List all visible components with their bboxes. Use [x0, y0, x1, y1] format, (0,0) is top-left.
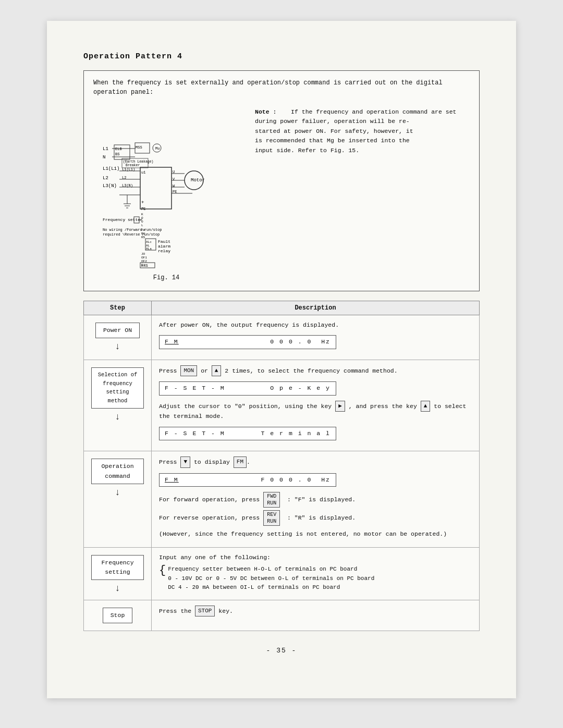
- display-box-fset1: F - S E T - M O p e - K e y: [159, 381, 336, 395]
- svg-text:ALa: ALa: [146, 247, 152, 251]
- arrow-freqset: ↓: [115, 583, 120, 595]
- step-col-opcmd: Operation command ↓: [91, 456, 144, 498]
- table-row: Operation command ↓ Press ▼ to display F…: [84, 451, 480, 547]
- desc-cell-poweron: After power ON, the output frequency is …: [152, 315, 480, 360]
- svg-text:PE: PE: [173, 190, 177, 194]
- svg-text:FRS: FRS: [141, 264, 148, 268]
- display-right-poweron: 0 0 0 . 0 Hz: [270, 337, 331, 347]
- table-row: Stop Press the STOP key.: [84, 600, 480, 631]
- display-right-fset1: O p e - K e y: [270, 384, 331, 393]
- desc-freqsel-2: Adjust the cursor to "0" position, using…: [159, 401, 472, 422]
- brace-line-3: DC 4 - 20 mA between OI-L of terminals o…: [168, 583, 374, 593]
- svg-text:W: W: [173, 184, 175, 188]
- fig-label: Fig. 14: [93, 274, 239, 281]
- display-row-fset1: F - S E T - M O p e - K e y: [159, 379, 472, 397]
- svg-text:RV: RV: [141, 232, 145, 236]
- arrow-freqsel: ↓: [115, 412, 120, 423]
- desc-no-freq: (However, since the frequency setting is…: [159, 529, 472, 539]
- svg-text:Fault: Fault: [158, 239, 170, 244]
- col-step: Step: [84, 301, 152, 315]
- main-desc: When the frequency is set externally and…: [93, 78, 470, 97]
- desc-cell-freqset: Input any one of the following: { Freque…: [152, 547, 480, 600]
- display-row-fset2: F - S E T - M T e r m i n a l: [159, 425, 472, 442]
- key-up1: ▲: [212, 365, 222, 377]
- key-fwd-run: FWDRUN: [263, 492, 280, 508]
- step-box-poweron: Power ON: [95, 323, 140, 338]
- page-number: - 35 -: [83, 647, 480, 655]
- svg-text:ELB: ELB: [115, 147, 122, 151]
- svg-text:Breaker: Breaker: [126, 164, 140, 167]
- table-row: Power ON ↓ After power ON, the output fr…: [84, 315, 480, 360]
- display-right-fm: F 0 0 0 . 0 Hz: [261, 475, 331, 485]
- page-title: Operation Pattern 4: [83, 52, 480, 61]
- svg-text:L1(L1): L1(L1): [122, 167, 135, 171]
- svg-text:L1: L1: [103, 146, 108, 152]
- desc-input-any: Input any one of the following:: [159, 553, 472, 562]
- svg-text:MSS: MSS: [136, 145, 142, 150]
- svg-text:L2: L2: [103, 176, 108, 181]
- brace-lines: Frequency setter between H-O-L of termin…: [168, 565, 374, 593]
- svg-text:No wiring   /Forward run/stop: No wiring /Forward run/stop: [103, 228, 162, 232]
- svg-text:O: O: [141, 220, 143, 224]
- display-left-poweron: F M: [165, 337, 179, 347]
- step-col-stop: Stop: [91, 606, 144, 625]
- col-desc: Description: [152, 301, 480, 315]
- display-box-fset2: F - S E T - M T e r m i n a l: [159, 427, 336, 440]
- desc-cell-stop: Press the STOP key.: [152, 600, 480, 631]
- svg-text:Frequency setter: Frequency setter: [103, 217, 143, 222]
- page: Operation Pattern 4 When the frequency i…: [47, 21, 516, 698]
- diagram-note-row: L1 N L1(L1) L2 L3(N) ELB BS MSS: [93, 102, 470, 283]
- svg-text:required   \Reverse run/stop: required \Reverse run/stop: [103, 232, 160, 237]
- circuit-diagram-area: L1 N L1(L1) L2 L3(N) ELB BS MSS: [93, 102, 239, 283]
- step-box-freqsel: Selection offrequency settingmethod: [91, 367, 144, 409]
- svg-text:-: -: [141, 205, 144, 211]
- svg-text:L2: L2: [122, 176, 126, 180]
- key-fm: FM: [234, 456, 247, 468]
- key-up2: ▲: [421, 401, 431, 412]
- step-cell-stop: Stop: [84, 600, 152, 631]
- step-col-poweron: Power ON ↓: [91, 320, 144, 353]
- svg-text:OF1: OF1: [141, 256, 147, 260]
- circuit-svg: L1 N L1(L1) L2 L3(N) ELB BS MSS: [93, 102, 229, 269]
- display-box-poweron: F M 0 0 0 . 0 Hz: [159, 335, 336, 349]
- desc-opcmd-press: Press ▼ to display FM.: [159, 456, 472, 468]
- note-label: Note :: [255, 108, 276, 115]
- arrow-opcmd: ↓: [115, 487, 120, 499]
- svg-text:V: V: [173, 177, 175, 181]
- step-cell-freqset: Frequency setting ↓: [84, 547, 152, 600]
- key-stop: STOP: [195, 606, 215, 617]
- key-down: ▼: [180, 456, 190, 468]
- svg-text:+: +: [141, 200, 144, 205]
- desc-freqsel-1: Press MON or ▲ 2 times, to select the fr…: [159, 365, 472, 377]
- display-box-fm: F M F 0 0 0 . 0 Hz: [159, 473, 336, 487]
- key-mon: MON: [180, 365, 197, 377]
- svg-text:alarm: alarm: [158, 244, 170, 249]
- svg-text:Motor: Motor: [191, 178, 205, 183]
- key-right: ▶: [335, 401, 345, 412]
- desc-stop: Press the STOP key.: [159, 606, 472, 617]
- desc-fwd: For forward operation, press FWDRUN : "F…: [159, 492, 472, 508]
- svg-text:relay: relay: [158, 249, 170, 253]
- svg-text:FW: FW: [141, 228, 145, 232]
- display-row-poweron: F M 0 0 0 . 0 Hz: [159, 333, 472, 351]
- svg-text:L: L: [141, 224, 143, 227]
- svg-text:(Earth Leakage): (Earth Leakage): [123, 160, 154, 164]
- display-row-fm: F M F 0 0 0 . 0 Hz: [159, 471, 472, 489]
- desc-rev: For reverse operation, press REVRUN : "R…: [159, 510, 472, 526]
- svg-text:K: K: [141, 213, 143, 216]
- svg-text:RS: RS: [141, 236, 145, 239]
- arrow-poweron: ↓: [115, 341, 120, 353]
- step-cell-poweron: Power ON ↓: [84, 315, 152, 360]
- desc-cell-opcmd: Press ▼ to display FM. F M F 0 0 0 . 0 H…: [152, 451, 480, 547]
- brace-line-1: Frequency setter between H-O-L of termin…: [168, 565, 374, 574]
- step-col-freqsel: Selection offrequency settingmethod ↓: [91, 365, 144, 423]
- svg-text:U: U: [173, 170, 175, 174]
- step-col-freqset: Frequency setting ↓: [91, 553, 144, 595]
- key-rev-run: REVRUN: [263, 510, 280, 526]
- svg-text:Mu: Mu: [155, 146, 160, 151]
- note-text: If the frequency and operation command a…: [255, 108, 456, 154]
- brace-group: { Frequency setter between H-O-L of term…: [159, 565, 472, 593]
- svg-text:L3(N): L3(N): [103, 183, 117, 189]
- desc-cell-freqsel: Press MON or ▲ 2 times, to select the fr…: [152, 360, 480, 451]
- step-cell-opcmd: Operation command ↓: [84, 451, 152, 547]
